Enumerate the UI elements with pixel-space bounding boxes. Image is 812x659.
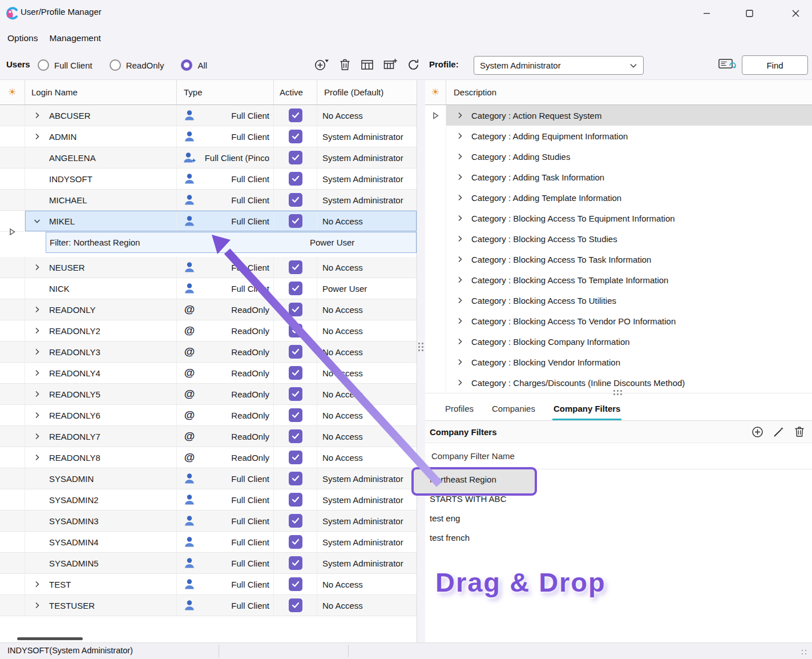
profile-dropdown[interactable]: System Administrator: [474, 56, 644, 75]
expand-icon[interactable]: [31, 306, 43, 314]
category-row-2[interactable]: Category : Adding Studies: [425, 146, 812, 167]
category-row-12[interactable]: Category : Blocking Vendor Information: [425, 352, 812, 372]
user-row-readonly5[interactable]: READONLY5@ReadOnlyNo Access: [0, 384, 417, 405]
active-checkbox[interactable]: [289, 324, 302, 337]
user-row-readonly2[interactable]: READONLY2@ReadOnlyNo Access: [0, 320, 417, 341]
user-row-sysadmin[interactable]: SYSADMINFull ClientSystem Administrator: [0, 468, 417, 489]
minimize-button[interactable]: [693, 0, 720, 26]
expand-icon[interactable]: [31, 453, 43, 461]
active-checkbox[interactable]: [289, 451, 302, 464]
user-row-angelena[interactable]: ANGELENAFull Client (PincoSystem Adminis…: [0, 147, 417, 168]
active-checkbox[interactable]: [289, 151, 302, 164]
active-checkbox[interactable]: [289, 366, 302, 380]
expand-icon[interactable]: [456, 276, 464, 284]
active-checkbox[interactable]: [289, 535, 302, 549]
expand-icon[interactable]: [456, 235, 464, 243]
expand-icon[interactable]: [31, 390, 43, 398]
expand-icon[interactable]: [31, 369, 43, 377]
expand-icon[interactable]: [456, 152, 464, 160]
add-filter-button[interactable]: [752, 426, 763, 438]
resize-grip-icon[interactable]: [802, 650, 808, 656]
column-header-login[interactable]: Login Name: [25, 80, 177, 105]
radio-full-client[interactable]: Full Client: [38, 59, 92, 71]
user-row-indysoft[interactable]: INDYSOFTFull ClientSystem Administrator: [0, 168, 417, 190]
company-filter-row-test-french[interactable]: test french: [425, 528, 812, 547]
category-row-4[interactable]: Category : Adding Template Information: [425, 187, 812, 208]
column-header-profile[interactable]: Profile (Default): [317, 80, 417, 105]
expand-icon[interactable]: [31, 132, 43, 140]
add-user-button[interactable]: [313, 56, 331, 73]
expand-icon[interactable]: [31, 111, 43, 119]
collapse-icon[interactable]: [31, 217, 43, 225]
tab-company-filters[interactable]: Company Filters: [552, 399, 622, 420]
active-checkbox[interactable]: [289, 172, 302, 186]
user-row-abcuser[interactable]: ABCUSERFull ClientNo Access: [0, 105, 417, 126]
active-checkbox[interactable]: [289, 193, 302, 207]
company-filter-row-northeast-region[interactable]: Northeast Region: [425, 469, 812, 489]
expand-icon[interactable]: [31, 327, 43, 335]
expand-icon[interactable]: [456, 132, 464, 140]
active-checkbox[interactable]: [289, 130, 302, 143]
user-row-sysadmin5[interactable]: SYSADMIN5Full ClientSystem Administrator: [0, 553, 417, 574]
horizontal-scrollbar-thumb[interactable]: [17, 637, 83, 640]
company-filter-name-header[interactable]: Company Filter Name: [425, 443, 812, 469]
category-row-10[interactable]: Category : Blocking Access To Vendor PO …: [425, 311, 812, 331]
expand-icon[interactable]: [456, 358, 464, 366]
user-row-sysadmin2[interactable]: SYSADMIN2Full ClientSystem Administrator: [0, 489, 417, 511]
user-row-nick[interactable]: NICKFull ClientPower User: [0, 278, 417, 299]
active-checkbox[interactable]: [289, 408, 302, 422]
expand-icon[interactable]: [456, 111, 464, 119]
active-checkbox[interactable]: [289, 260, 302, 274]
close-button[interactable]: [782, 0, 809, 26]
category-row-8[interactable]: Category : Blocking Access To Template I…: [425, 270, 812, 290]
expand-icon[interactable]: [456, 379, 464, 387]
grid-columns-button[interactable]: [359, 57, 375, 73]
user-row-readonly[interactable]: READONLY@ReadOnlyNo Access: [0, 299, 417, 320]
tab-profiles[interactable]: Profiles: [444, 399, 475, 420]
user-row-neuser[interactable]: NEUSERFull ClientNo Access: [0, 257, 417, 278]
grid-options-icon[interactable]: ☀: [431, 87, 439, 97]
category-row-0[interactable]: Category : Action Request System: [425, 105, 812, 126]
user-row-readonly8[interactable]: READONLY8@ReadOnlyNo Access: [0, 447, 417, 468]
user-row-michael[interactable]: MICHAELFull ClientSystem Administrator: [0, 190, 417, 211]
category-row-9[interactable]: Category : Blocking Access To Utilities: [425, 290, 812, 311]
menu-item-management[interactable]: Management: [49, 31, 100, 46]
expand-icon[interactable]: [31, 601, 43, 609]
delete-user-button[interactable]: [337, 57, 353, 73]
user-row-test[interactable]: TESTFull ClientNo Access: [0, 574, 417, 595]
active-checkbox[interactable]: [289, 303, 302, 316]
active-checkbox[interactable]: [289, 429, 302, 443]
user-row-sysadmin4[interactable]: SYSADMIN4Full ClientSystem Administrator: [0, 532, 417, 553]
active-checkbox[interactable]: [289, 493, 302, 507]
find-button[interactable]: Find: [742, 55, 808, 75]
active-checkbox[interactable]: [289, 598, 302, 612]
expand-icon[interactable]: [456, 317, 464, 325]
user-row-readonly4[interactable]: READONLY4@ReadOnlyNo Access: [0, 363, 417, 384]
edit-filter-button[interactable]: [773, 426, 785, 438]
expand-icon[interactable]: [456, 173, 464, 181]
active-checkbox[interactable]: [289, 387, 302, 401]
user-row-mikel[interactable]: MIKELFull ClientNo Access: [0, 211, 417, 232]
active-checkbox[interactable]: [289, 214, 302, 228]
category-row-6[interactable]: Category : Blocking Access To Studies: [425, 228, 812, 249]
expand-icon[interactable]: [31, 348, 43, 356]
expand-icon[interactable]: [31, 263, 43, 271]
profile-edit-button[interactable]: [718, 57, 736, 72]
category-row-3[interactable]: Category : Adding Task Information: [425, 167, 812, 187]
user-row-readonly7[interactable]: READONLY7@ReadOnlyNo Access: [0, 426, 417, 447]
expand-icon[interactable]: [31, 580, 43, 588]
active-checkbox[interactable]: [289, 282, 302, 295]
expand-icon[interactable]: [456, 214, 464, 222]
expand-icon[interactable]: [456, 194, 464, 202]
active-checkbox[interactable]: [289, 556, 302, 570]
maximize-button[interactable]: [736, 0, 762, 26]
company-filter-row-test-eng[interactable]: test eng: [425, 508, 812, 528]
column-header-description[interactable]: Description: [446, 87, 496, 97]
category-row-5[interactable]: Category : Blocking Access To Equipment …: [425, 208, 812, 228]
user-row-readonly3[interactable]: READONLY3@ReadOnlyNo Access: [0, 341, 417, 363]
radio-all[interactable]: All: [181, 59, 207, 71]
user-row-admin[interactable]: ADMINFull ClientSystem Administrator: [0, 126, 417, 147]
panel-splitter[interactable]: [417, 80, 425, 642]
column-header-type[interactable]: Type: [177, 80, 274, 105]
menu-item-options[interactable]: Options: [7, 31, 38, 46]
